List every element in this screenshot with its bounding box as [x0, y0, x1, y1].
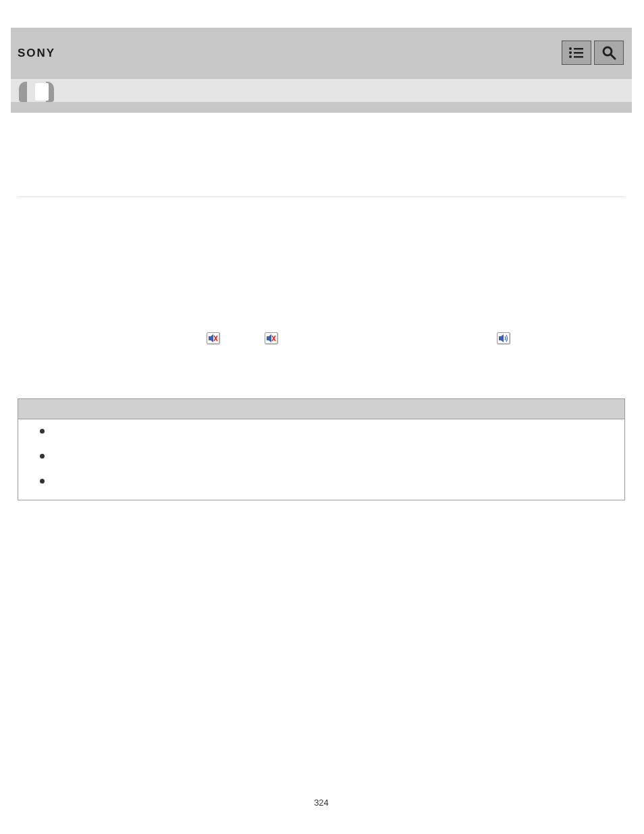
sound-off-icon — [207, 332, 220, 344]
sound-off-icon — [265, 332, 278, 344]
brand-logo: SONY — [18, 47, 55, 60]
svg-point-0 — [569, 47, 572, 50]
note-box — [18, 398, 625, 500]
svg-marker-8 — [209, 334, 213, 342]
note-box-body — [18, 419, 624, 500]
main-content — [18, 113, 625, 500]
inline-icons-row — [18, 332, 625, 347]
svg-marker-11 — [267, 334, 271, 342]
svg-rect-5 — [574, 56, 583, 58]
list-icon — [568, 47, 585, 59]
svg-rect-1 — [574, 48, 583, 50]
page-number: 324 — [11, 798, 632, 828]
list-bullet — [40, 479, 45, 484]
header-bar: SONY — [11, 28, 632, 79]
header-icons — [562, 41, 624, 65]
search-button[interactable] — [594, 41, 624, 65]
help-guide-icon[interactable] — [19, 82, 54, 102]
search-icon — [601, 45, 616, 60]
note-box-header — [18, 399, 624, 419]
header-divider — [11, 102, 632, 113]
list-bullet — [40, 429, 45, 434]
menu-button[interactable] — [562, 41, 591, 65]
sound-on-icon — [497, 332, 510, 344]
list-bullet — [40, 454, 45, 459]
svg-marker-14 — [499, 334, 504, 342]
svg-point-4 — [569, 55, 572, 58]
svg-line-7 — [611, 55, 615, 59]
subheader-bar — [11, 79, 632, 102]
svg-rect-3 — [574, 52, 583, 54]
svg-point-2 — [569, 51, 572, 54]
